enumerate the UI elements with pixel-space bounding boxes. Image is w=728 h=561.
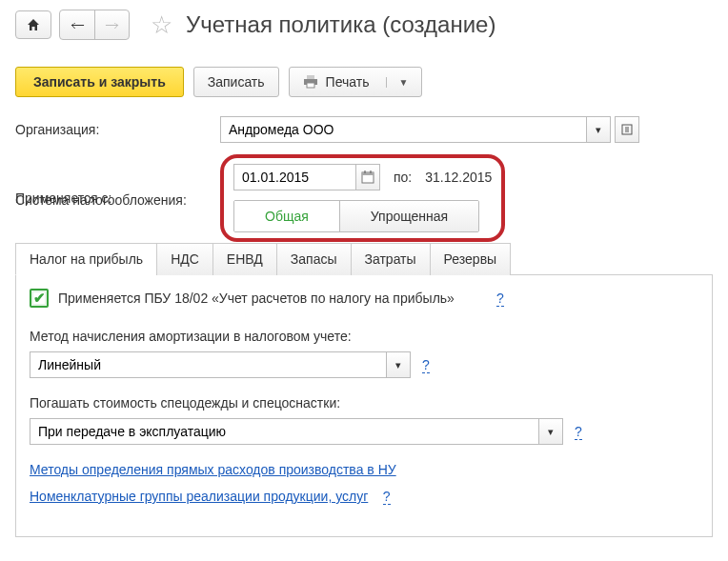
tab-stock[interactable]: Запасы: [276, 243, 352, 275]
amort-select[interactable]: [30, 351, 386, 378]
workwear-help[interactable]: ?: [575, 424, 582, 440]
tab-nds[interactable]: НДС: [156, 243, 213, 275]
tab-reserves[interactable]: Резервы: [430, 243, 512, 275]
home-icon: [26, 17, 41, 32]
organization-input[interactable]: [220, 116, 586, 143]
svg-rect-1: [307, 75, 314, 79]
tab-profit-tax[interactable]: Налог на прибыль: [15, 243, 157, 275]
open-icon: [621, 124, 633, 135]
amort-dropdown[interactable]: ▾: [386, 351, 411, 378]
tax-system-general[interactable]: Общая: [234, 201, 339, 231]
back-button[interactable]: 🡐: [60, 10, 94, 39]
date-from-picker[interactable]: [355, 164, 380, 190]
link-nomenclature[interactable]: Номенклатурные группы реализации продукц…: [30, 489, 368, 504]
favorite-star[interactable]: ☆: [151, 10, 172, 40]
printer-icon: [303, 75, 318, 89]
to-label: по:: [394, 170, 412, 185]
print-button[interactable]: Печать ▼: [289, 67, 423, 97]
page-title: Учетная политика (создание): [186, 11, 495, 38]
tax-system-label: Система налогообложения:: [15, 192, 220, 208]
save-button[interactable]: Записать: [193, 67, 279, 97]
forward-button: 🡒: [94, 10, 129, 39]
save-close-button[interactable]: Записать и закрыть: [15, 67, 184, 97]
workwear-label: Погашать стоимость спецодежды и спецосна…: [30, 395, 698, 411]
tax-system-segmented: Общая Упрощенная: [233, 200, 479, 232]
print-label: Печать: [326, 74, 370, 90]
tax-system-simplified[interactable]: Упрощенная: [339, 201, 478, 231]
date-from-input[interactable]: [233, 164, 355, 190]
highlight-box: по: 31.12.2015 Общая Упрощенная: [220, 154, 505, 242]
organization-open[interactable]: [615, 116, 639, 143]
tab-content: ✔ Применяется ПБУ 18/02 «Учет расчетов п…: [15, 275, 713, 537]
svg-rect-2: [307, 83, 314, 88]
nomenclature-help[interactable]: ?: [383, 489, 391, 505]
calendar-icon: [361, 170, 374, 184]
pbu-checkbox[interactable]: ✔: [30, 289, 49, 308]
date-to-value: 31.12.2015: [425, 170, 492, 185]
chevron-down-icon: ▼: [386, 77, 408, 88]
tab-strip: Налог на прибыль НДС ЕНВД Запасы Затраты…: [15, 242, 713, 275]
workwear-dropdown[interactable]: ▾: [538, 418, 563, 445]
home-button[interactable]: [15, 10, 51, 39]
amort-label: Метод начисления амортизации в налоговом…: [30, 329, 698, 344]
organization-dropdown[interactable]: ▾: [586, 116, 611, 143]
amort-help[interactable]: ?: [422, 357, 430, 373]
svg-rect-5: [362, 172, 374, 175]
organization-label: Организация:: [15, 122, 220, 137]
pbu-label: Применяется ПБУ 18/02 «Учет расчетов по …: [58, 291, 455, 306]
tab-envd[interactable]: ЕНВД: [212, 243, 277, 275]
pbu-help[interactable]: ?: [496, 291, 504, 307]
tab-costs[interactable]: Затраты: [351, 243, 431, 275]
link-direct-costs[interactable]: Методы определения прямых расходов произ…: [30, 462, 396, 477]
workwear-select[interactable]: [30, 418, 538, 445]
